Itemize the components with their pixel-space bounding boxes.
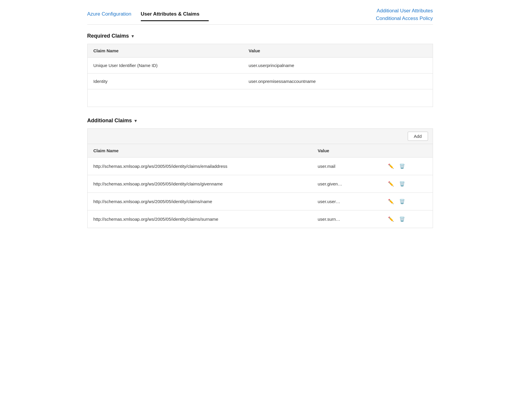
table-row: http://schemas.xmlsoap.org/ws/2005/05/id…	[87, 193, 433, 210]
page-container: Azure Configuration User Attributes & Cl…	[78, 0, 442, 246]
table-row: http://schemas.xmlsoap.org/ws/2005/05/id…	[87, 158, 433, 175]
table-row: Unique User Identifier (Name ID) user.us…	[87, 58, 433, 73]
delete-claim-button[interactable]: 🗑️	[398, 216, 406, 222]
claim-name: Unique User Identifier (Name ID)	[87, 58, 243, 73]
tab-conditional-access-policy[interactable]: Conditional Access Policy	[376, 15, 433, 22]
table-row: http://schemas.xmlsoap.org/ws/2005/05/id…	[87, 210, 433, 228]
claim-actions: ✏️ 🗑️	[381, 158, 433, 175]
claim-actions: ✏️ 🗑️	[381, 193, 433, 210]
required-claims-table: Claim Name Value Unique User Identifier …	[87, 44, 433, 107]
tab-azure-configuration[interactable]: Azure Configuration	[87, 7, 141, 21]
claim-name: http://schemas.xmlsoap.org/ws/2005/05/id…	[87, 158, 312, 175]
claim-value: user.userprincipalname	[243, 58, 433, 73]
delete-claim-button[interactable]: 🗑️	[398, 180, 406, 187]
tab-additional-user-attributes[interactable]: Additional User Attributes	[377, 7, 433, 15]
claim-actions: ✏️ 🗑️	[381, 175, 433, 193]
claim-value: user.user…	[312, 193, 381, 210]
claim-name: http://schemas.xmlsoap.org/ws/2005/05/id…	[87, 175, 312, 193]
table-row: Identity user.onpremisessamaccountname	[87, 73, 433, 89]
tab-user-attributes-claims[interactable]: User Attributes & Claims	[141, 7, 209, 21]
required-claims-section-header[interactable]: Required Claims ▼	[87, 33, 433, 39]
additional-col-actions	[381, 144, 433, 158]
edit-claim-button[interactable]: ✏️	[387, 216, 395, 222]
additional-claims-chevron: ▼	[134, 118, 138, 123]
required-col-value: Value	[243, 44, 433, 58]
claim-name: http://schemas.xmlsoap.org/ws/2005/05/id…	[87, 193, 312, 210]
claim-value: user.surn…	[312, 210, 381, 228]
table-row: http://schemas.xmlsoap.org/ws/2005/05/id…	[87, 175, 433, 193]
add-claim-button[interactable]: Add	[408, 132, 428, 141]
required-claims-label: Required Claims	[87, 33, 129, 39]
tab-right-links: Additional User Attributes Conditional A…	[376, 7, 433, 24]
edit-claim-button[interactable]: ✏️	[387, 198, 395, 205]
required-claims-chevron: ▼	[131, 34, 135, 39]
required-col-name: Claim Name	[87, 44, 243, 58]
claim-name: Identity	[87, 73, 243, 89]
additional-claims-section-header[interactable]: Additional Claims ▼	[87, 118, 433, 124]
additional-claims-toolbar: Add	[87, 128, 433, 144]
edit-claim-button[interactable]: ✏️	[387, 180, 395, 187]
claim-name: http://schemas.xmlsoap.org/ws/2005/05/id…	[87, 210, 312, 228]
additional-claims-table: Claim Name Value http://schemas.xmlsoap.…	[87, 144, 433, 228]
claim-actions: ✏️ 🗑️	[381, 210, 433, 228]
edit-claim-button[interactable]: ✏️	[387, 163, 395, 170]
delete-claim-button[interactable]: 🗑️	[398, 198, 406, 205]
additional-col-name: Claim Name	[87, 144, 312, 158]
claim-value: user.given…	[312, 175, 381, 193]
claim-value: user.onpremisessamaccountname	[243, 73, 433, 89]
additional-claims-label: Additional Claims	[87, 118, 132, 124]
additional-col-value: Value	[312, 144, 381, 158]
empty-row	[87, 89, 433, 107]
nav-tabs: Azure Configuration User Attributes & Cl…	[87, 7, 433, 25]
claim-value: user.mail	[312, 158, 381, 175]
delete-claim-button[interactable]: 🗑️	[398, 163, 406, 170]
